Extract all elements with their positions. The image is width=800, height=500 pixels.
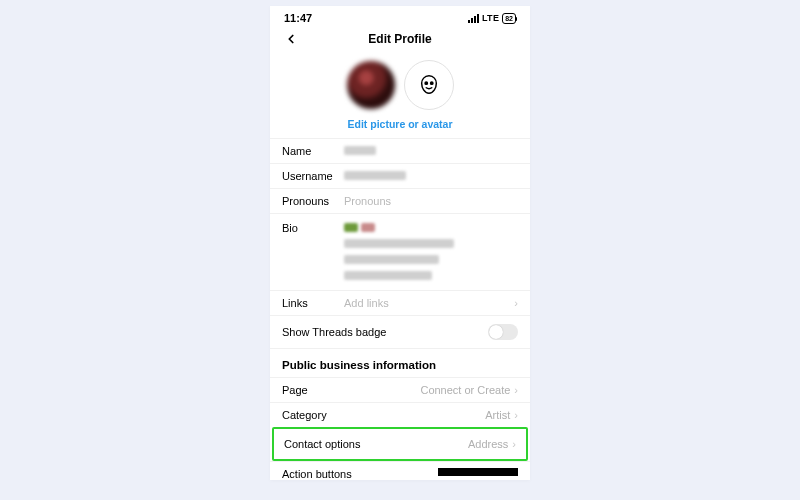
edit-picture-link[interactable]: Edit picture or avatar (270, 114, 530, 138)
cellular-signal-icon (468, 14, 479, 23)
section-business: Public business information (270, 348, 530, 377)
highlight-contact-options: Contact options Address › (272, 427, 528, 461)
label-bio: Bio (282, 222, 344, 234)
avatar-face-icon (418, 74, 440, 96)
label-pronouns: Pronouns (282, 195, 344, 207)
row-action-buttons[interactable]: Action buttons (270, 461, 530, 480)
label-action-buttons: Action buttons (282, 468, 438, 480)
row-bio[interactable]: Bio (270, 213, 530, 290)
row-category[interactable]: Category Artist › (270, 402, 530, 427)
threads-toggle[interactable] (488, 324, 518, 340)
label-threads: Show Threads badge (282, 326, 488, 338)
profile-picture[interactable] (346, 60, 396, 110)
chevron-right-icon: › (512, 438, 516, 450)
chevron-right-icon: › (514, 409, 518, 421)
value-bio (344, 222, 518, 282)
svg-point-0 (425, 82, 427, 84)
svg-point-1 (431, 82, 433, 84)
chevron-right-icon: › (514, 297, 518, 309)
redacted-bar (438, 468, 518, 476)
row-pronouns[interactable]: Pronouns Pronouns (270, 188, 530, 213)
page-title: Edit Profile (368, 32, 431, 46)
status-bar: 11:47 LTE 82 (270, 6, 530, 24)
row-username[interactable]: Username (270, 163, 530, 188)
row-threads-badge: Show Threads badge (270, 315, 530, 348)
label-name: Name (282, 145, 344, 157)
battery-icon: 82 (502, 13, 516, 24)
value-username (344, 170, 518, 182)
avatar-option[interactable] (404, 60, 454, 110)
value-links: Add links (344, 297, 510, 309)
value-category: Artist (327, 409, 511, 421)
value-name (344, 145, 518, 157)
row-contact-options[interactable]: Contact options Address › (274, 429, 526, 459)
phone-screen: 11:47 LTE 82 Edit Profile Edit picture o… (270, 6, 530, 480)
label-username: Username (282, 170, 344, 182)
value-pronouns: Pronouns (344, 195, 518, 207)
chevron-right-icon: › (514, 384, 518, 396)
avatar-picker (270, 54, 530, 114)
back-button[interactable] (280, 28, 302, 50)
network-label: LTE (482, 13, 499, 23)
value-contact: Address (360, 438, 508, 450)
label-category: Category (282, 409, 327, 421)
value-page: Connect or Create (308, 384, 511, 396)
label-links: Links (282, 297, 344, 309)
status-time: 11:47 (284, 12, 312, 24)
status-right: LTE 82 (468, 13, 516, 24)
nav-header: Edit Profile (270, 24, 530, 54)
row-page[interactable]: Page Connect or Create › (270, 377, 530, 402)
label-page: Page (282, 384, 308, 396)
row-links[interactable]: Links Add links › (270, 290, 530, 315)
chevron-left-icon (284, 32, 298, 46)
row-name[interactable]: Name (270, 138, 530, 163)
label-contact: Contact options (284, 438, 360, 450)
